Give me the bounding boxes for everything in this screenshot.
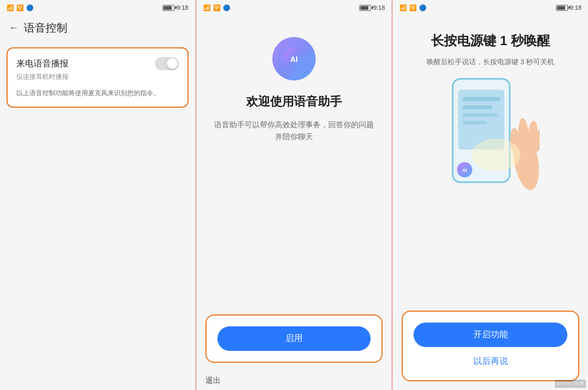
status-right-2: 9:18 [359, 4, 385, 11]
battery-icon-2 [359, 5, 371, 11]
panel2-content: AI 欢迎使用语音助手 语音助手可以帮你高效处理事务，回答你的问题并陪你聊天 [197, 15, 392, 306]
svg-text:AI: AI [462, 168, 467, 173]
setting-incoming-desc: 以上语音控制功能将使用麦克风来识别您的指令。 [16, 88, 179, 98]
phone-device-svg: AI [447, 76, 540, 190]
battery-icon-3 [556, 5, 568, 11]
enable-button[interactable]: 启用 [217, 326, 371, 351]
svg-point-15 [472, 139, 521, 171]
svg-rect-5 [462, 106, 492, 109]
status-bar-2: 📶 🛜 🔵 9:18 [197, 0, 392, 15]
setting-incoming-title: 来电语音播报 [16, 58, 68, 70]
time-display-2: 9:18 [373, 4, 385, 11]
status-left-3: 📶 🛜 🔵 [399, 4, 427, 11]
watermark: semdi记账网 [555, 380, 586, 388]
status-right-3: 9:18 [556, 4, 581, 11]
status-bar-3: 📶 🛜 🔵 9:18 [393, 0, 588, 15]
welcome-desc: 语音助手可以帮你高效处理事务，回答你的问题并陪你聊天 [208, 119, 381, 143]
svg-rect-6 [462, 113, 498, 117]
enable-feature-button[interactable]: 开启功能 [414, 323, 567, 347]
panel3-content: 长按电源键 1 秒唤醒 唤醒后松手说话，长按电源键 3 秒可关机 [393, 15, 588, 302]
panel1-title: 语音控制 [24, 21, 67, 35]
exit-label[interactable]: 退出 [197, 372, 392, 390]
status-left-1: 📶 🛜 🔵 [7, 4, 34, 11]
panel2-footer: 启用 [197, 306, 392, 372]
status-right-1: 9:18 [162, 4, 188, 11]
wake-desc: 唤醒后松手说话，长按电源键 3 秒可关机 [427, 57, 554, 68]
back-button[interactable]: ← [9, 22, 18, 34]
huawei-icon-2: 🔵 [223, 4, 230, 11]
svg-text:AI: AI [290, 55, 298, 64]
signal-icon-2: 📶 [203, 4, 211, 11]
panel3-footer: 开启功能 以后再说 [393, 302, 588, 390]
wifi-icon-2: 🛜 [213, 4, 221, 11]
ai-logo: AI [272, 37, 316, 81]
panel1-content: 来电语音播报 仅连接耳机时播报 以上语音控制功能将使用麦克风来识别您的指令。 [0, 41, 195, 390]
panel-welcome-assistant: 📶 🛜 🔵 9:18 AI 欢迎使用语音助手 [195, 0, 392, 390]
svg-rect-7 [462, 121, 487, 125]
later-button[interactable]: 以后再说 [414, 354, 567, 369]
incoming-toggle[interactable] [155, 57, 179, 70]
huawei-icon-3: 🔵 [419, 4, 427, 11]
signal-icon-1: 📶 [7, 4, 14, 11]
svg-rect-4 [462, 97, 501, 101]
welcome-title: 欢迎使用语音助手 [246, 94, 342, 110]
time-display-3: 9:18 [570, 4, 581, 11]
signal-icon-3: 📶 [399, 4, 407, 11]
setting-incoming-subtitle: 仅连接耳机时播报 [16, 72, 179, 82]
wifi-icon-1: 🛜 [16, 4, 24, 11]
battery-icon-1 [162, 5, 174, 11]
time-display-1: 9:18 [177, 4, 188, 11]
panel1-header: ← 语音控制 [0, 15, 195, 41]
panel2-bottom-card: 启用 [205, 314, 383, 363]
panel-voice-control: 📶 🛜 🔵 9:18 ← 语音控制 来电语音播报 仅连接耳机时播报 以上语音控制… [0, 0, 195, 390]
wifi-icon-3: 🛜 [409, 4, 417, 11]
status-left-2: 📶 🛜 🔵 [203, 4, 230, 11]
huawei-icon-1: 🔵 [26, 4, 34, 11]
phone-illustration: AI [447, 76, 534, 185]
setting-row-incoming: 来电语音播报 [16, 57, 179, 70]
panel3-bottom-card: 开启功能 以后再说 [402, 311, 579, 381]
panel-power-wake: 📶 🛜 🔵 9:18 长按电源键 1 秒唤醒 唤醒后松手说话，长按电源键 3 秒… [391, 0, 588, 390]
ai-logo-svg: AI [283, 48, 305, 70]
status-bar-1: 📶 🛜 🔵 9:18 [0, 0, 195, 15]
settings-card: 来电语音播报 仅连接耳机时播报 以上语音控制功能将使用麦克风来识别您的指令。 [7, 47, 189, 108]
wake-title: 长按电源键 1 秒唤醒 [431, 32, 550, 50]
